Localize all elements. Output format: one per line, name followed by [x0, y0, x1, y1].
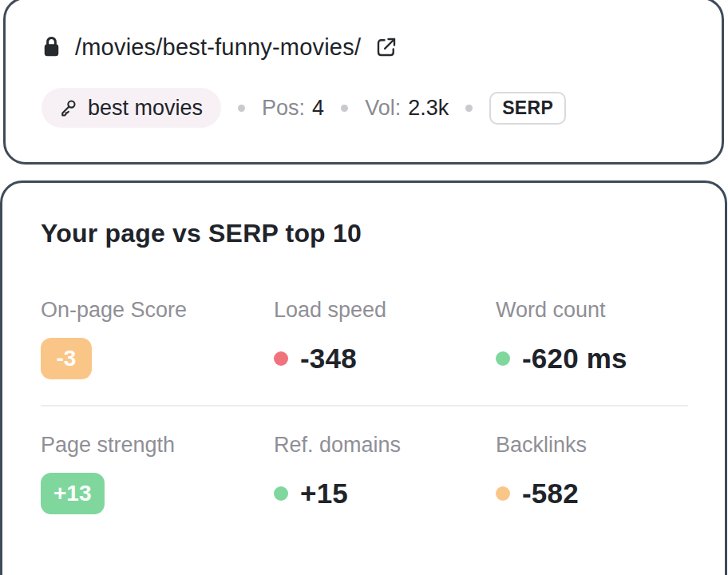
- metrics-row-2: Page strength +13 Ref. domains +15 Backl…: [41, 432, 688, 515]
- page-url[interactable]: /movies/best-funny-movies/: [75, 34, 361, 61]
- separator-dot: [465, 105, 473, 112]
- score-badge: +13: [41, 473, 105, 514]
- score-badge: -3: [41, 338, 92, 379]
- comparison-card: Your page vs SERP top 10 On-page Score -…: [0, 180, 727, 575]
- external-link-icon[interactable]: [374, 35, 398, 59]
- metric-label: Page strength: [41, 432, 274, 458]
- status-dot: [496, 486, 510, 501]
- status-dot: [496, 351, 510, 366]
- volume-label: Vol:: [365, 96, 401, 121]
- metric-cell-ref-domains: Ref. domains +15: [274, 432, 496, 515]
- separator-dot: [341, 105, 348, 112]
- volume-stat: Vol: 2.3k: [365, 96, 449, 121]
- metric-value: -620 ms: [522, 343, 627, 375]
- keyword-pill[interactable]: best movies: [42, 88, 221, 128]
- metric-cell-load-speed: Load speed -348: [274, 297, 496, 380]
- url-link[interactable]: /movies/best-funny-movies/: [42, 31, 691, 63]
- position-label: Pos:: [262, 96, 305, 121]
- metric-label: On-page Score: [41, 297, 274, 323]
- serp-badge[interactable]: SERP: [489, 92, 566, 125]
- metric-value: -582: [522, 478, 579, 510]
- metric-label: Word count: [496, 297, 688, 323]
- key-icon: [57, 97, 79, 119]
- lock-icon: [42, 35, 61, 59]
- keyword-label: best movies: [88, 96, 203, 121]
- divider: [41, 405, 688, 406]
- metric-cell-page-strength: Page strength +13: [41, 432, 274, 515]
- position-stat: Pos: 4: [262, 96, 324, 121]
- position-value: 4: [312, 96, 324, 121]
- comparison-title: Your page vs SERP top 10: [41, 217, 688, 249]
- metric-cell-word-count: Word count -620 ms: [496, 297, 688, 380]
- volume-value: 2.3k: [408, 96, 449, 121]
- separator-dot: [238, 105, 245, 112]
- status-dot: [274, 351, 288, 366]
- metric-value: -348: [300, 343, 357, 375]
- metric-label: Load speed: [274, 297, 496, 323]
- metric-label: Ref. domains: [274, 432, 496, 458]
- status-dot: [274, 486, 288, 501]
- metric-label: Backlinks: [496, 432, 688, 458]
- metric-value: +15: [300, 478, 348, 510]
- metrics-row-1: On-page Score -3 Load speed -348 Word co…: [41, 297, 688, 380]
- metric-cell-onpage-score: On-page Score -3: [41, 297, 274, 380]
- metric-cell-backlinks: Backlinks -582: [496, 432, 688, 515]
- keyword-row: best movies Pos: 4 Vol: 2.3k SERP: [42, 88, 691, 128]
- url-card: /movies/best-funny-movies/ best movies P…: [3, 0, 724, 165]
